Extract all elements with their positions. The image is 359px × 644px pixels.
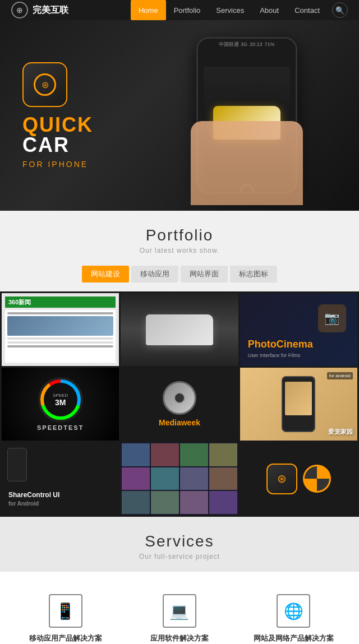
tab-logo[interactable]: 标志图标: [230, 266, 277, 282]
portfolio-item-mediaweek[interactable]: Mediaweek: [121, 368, 238, 441]
web-service-icon: 🌐: [277, 594, 310, 628]
tab-mobile[interactable]: 移动应用: [131, 266, 178, 282]
portfolio-item-photo-collage[interactable]: [121, 442, 238, 515]
portfolio-title: Portfolio: [0, 226, 359, 244]
search-icon[interactable]: 🔍: [332, 2, 348, 18]
hero-title: QUICK CAR: [22, 115, 93, 155]
hero-right-content: 中国联通 3G20:1371%: [180, 26, 337, 205]
portfolio-item-quickcar2[interactable]: ⊛: [240, 442, 357, 515]
phone-mockup: 中国联通 3G20:1371%: [180, 26, 337, 205]
services-title: Services: [0, 532, 359, 550]
service-card-web: 🌐 网站及网络产品解决方案 模拟用户需求、市场状况、企业策略进行综合分析所得性的…: [240, 589, 348, 644]
hero-subtitle: FOR IPHONE: [22, 160, 88, 169]
mobile-service-icon: 📱: [49, 594, 82, 628]
nav-about[interactable]: About: [252, 0, 287, 20]
nav-services[interactable]: Services: [208, 0, 252, 20]
nav-portfolio[interactable]: Portfolio: [166, 0, 209, 20]
portfolio-item-pet[interactable]: for android 爱宠家园: [240, 368, 357, 441]
services-header: Services Our full-service project: [0, 517, 359, 572]
portfolio-item-photo-cinema[interactable]: 📷 PhotoCinema User Interface for Films: [240, 293, 357, 366]
nav-home[interactable]: Home: [131, 0, 166, 20]
portfolio-subtitle: Our latest works show.: [0, 247, 359, 254]
nav-contact[interactable]: Contact: [287, 0, 328, 20]
web-service-title: 网站及网络产品解决方案: [254, 633, 334, 643]
software-service-title: 应用软件解决方案: [150, 633, 209, 643]
hero-left-content: ⊛ QUICK CAR FOR IPHONE: [22, 62, 180, 169]
nav-links: Home Portfolio Services About Contact 🔍: [131, 0, 348, 20]
portfolio-item-news[interactable]: 360新闻: [2, 293, 119, 366]
services-subtitle: Our full-service project: [0, 553, 359, 560]
logo-icon: ⊕: [11, 2, 28, 18]
mobile-service-title: 移动应用产品解决方案: [29, 633, 102, 643]
portfolio-tabs: 网站建设 移动应用 网站界面 标志图标: [0, 266, 359, 291]
portfolio-item-speedtest[interactable]: SPEED 3M SPEEDTEST: [2, 368, 119, 441]
navbar: ⊕ 完美互联 Home Portfolio Services About Con…: [0, 0, 359, 20]
app-icon: ⊛: [22, 62, 67, 107]
portfolio-item-car[interactable]: [121, 293, 238, 366]
software-service-icon: 💻: [163, 594, 196, 628]
tab-webui[interactable]: 网站界面: [181, 266, 228, 282]
portfolio-header: Portfolio Our latest works show.: [0, 211, 359, 266]
portfolio-item-sharecontrol[interactable]: ShareControl UI for Android: [2, 442, 119, 515]
hero-section: ⊛ QUICK CAR FOR IPHONE 中国联通 3G20:1371%: [0, 20, 359, 211]
portfolio-grid: 360新闻 📷 PhotoCinema User Interface for F…: [0, 291, 359, 517]
services-cards: 📱 移动应用产品解决方案 iOS/Android/Win8 APP及设计、视觉设…: [0, 572, 359, 644]
logo-text: 完美互联: [33, 4, 68, 16]
service-card-software: 💻 应用软件解决方案 多媒体富客平台的应用软件交互设计、视觉设计、应用级开发服务: [125, 589, 233, 644]
tab-website[interactable]: 网站建设: [82, 266, 129, 282]
brand-logo: ⊕ 完美互联: [11, 2, 68, 18]
service-card-mobile: 📱 移动应用产品解决方案 iOS/Android/Win8 APP及设计、视觉设…: [11, 589, 119, 644]
app-icon-inner: ⊛: [34, 73, 56, 96]
